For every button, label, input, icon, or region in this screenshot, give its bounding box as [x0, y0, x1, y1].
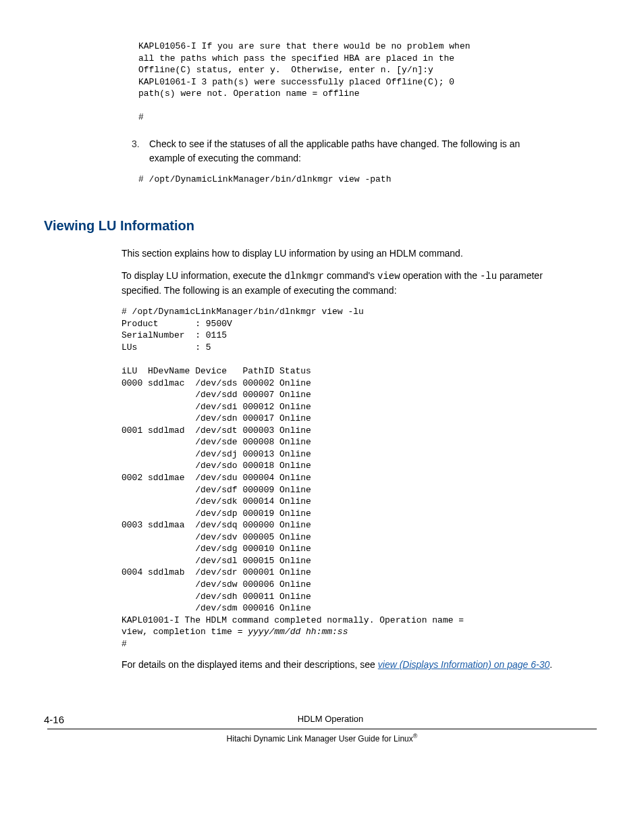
registered-symbol: ® — [413, 733, 418, 739]
link-view-displays[interactable]: view (Displays Information) on page 6-30 — [378, 659, 549, 670]
step-number: 3. — [132, 137, 144, 165]
code-view-path: # /opt/DynamicLinkManager/bin/dlnkmgr vi… — [138, 174, 556, 186]
instruction-paragraph: To display LU information, execute the d… — [122, 269, 556, 298]
text-fragment: operation with the — [400, 270, 480, 281]
heading-viewing-lu: Viewing LU Information — [44, 215, 597, 236]
text-fragment: Hitachi Dynamic Link Manager User Guide … — [227, 734, 413, 744]
cmd-view: view — [377, 271, 400, 282]
text-fragment: To display LU information, execute the — [122, 270, 284, 281]
step-3: 3. Check to see if the statuses of all t… — [132, 137, 556, 165]
text-fragment: command's — [324, 270, 377, 281]
text-fragment: . — [549, 659, 552, 670]
footer-title: HDLM Operation — [298, 712, 364, 726]
step-text: Check to see if the statuses of all the … — [149, 137, 556, 165]
details-paragraph: For details on the displayed items and t… — [122, 658, 556, 672]
intro-paragraph: This section explains how to display LU … — [122, 246, 556, 261]
code-output-lu: # /opt/DynamicLinkManager/bin/dlnkmgr vi… — [122, 306, 556, 650]
page-number: 4-16 — [44, 712, 64, 728]
cmd-lu: -lu — [480, 271, 497, 282]
footer-divider — [47, 729, 597, 729]
text-fragment: For details on the displayed items and t… — [122, 659, 378, 670]
footer-subtitle: Hitachi Dynamic Link Manager User Guide … — [47, 732, 597, 745]
page-footer: 4-16 HDLM Operation Hitachi Dynamic Link… — [47, 712, 597, 745]
cmd-dlnkmgr: dlnkmgr — [284, 271, 324, 282]
code-output-offline: KAPL01056-I If you are sure that there w… — [138, 41, 556, 124]
